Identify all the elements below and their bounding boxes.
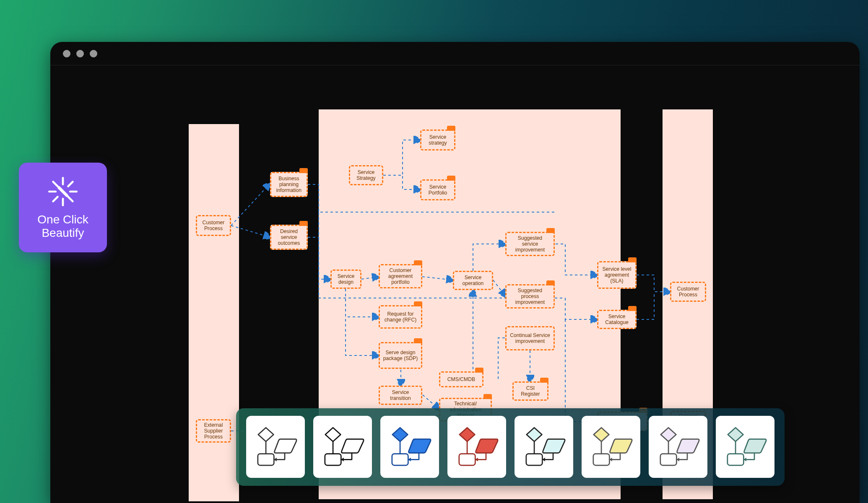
svg-line-5	[68, 197, 73, 201]
svg-rect-24	[728, 454, 744, 466]
svg-rect-22	[660, 454, 677, 466]
flowchart-icon	[588, 424, 634, 470]
minimize-icon[interactable]	[76, 50, 84, 57]
theme-swatch-theme-yellow[interactable]	[582, 416, 640, 478]
node-request-for-change[interactable]: Request for change (RFC)	[379, 305, 422, 329]
svg-rect-10	[258, 454, 274, 466]
theme-swatch-theme-lilac[interactable]	[649, 416, 707, 478]
node-service-catalogue[interactable]: Service Catalogue	[597, 310, 637, 329]
flowchart-icon	[454, 424, 500, 470]
node-customer-agreement-portfolio[interactable]: Customer agreement portfolio	[379, 264, 422, 288]
node-serve-design-package[interactable]: Serve design package (SDP)	[379, 342, 422, 369]
node-customer-process[interactable]: Customer Process	[196, 215, 231, 236]
node-desired-service-outcomes[interactable]: Desired service outcomes	[270, 225, 308, 250]
node-label: Service operation	[457, 275, 489, 286]
flowchart-icon	[320, 424, 366, 470]
theme-swatch-theme-red[interactable]	[447, 416, 506, 478]
node-service-portfolio[interactable]: Service Portfolio	[420, 179, 455, 200]
theme-swatch-theme-teal[interactable]	[716, 416, 774, 478]
close-icon[interactable]	[63, 50, 70, 57]
theme-swatch-theme-white-outline[interactable]	[246, 416, 305, 478]
node-suggested-service-improvement[interactable]: Suggested service improvement	[505, 232, 555, 256]
node-suggested-process-improvement[interactable]: Suggested process improvement	[505, 284, 555, 309]
node-label: Service Catalogue	[601, 314, 633, 325]
node-label: Desired service outcomes	[274, 228, 304, 246]
node-label: Service strategy	[424, 134, 452, 146]
node-customer-process-right[interactable]: Customer Process	[670, 282, 706, 302]
svg-rect-16	[459, 454, 476, 466]
svg-rect-14	[392, 454, 408, 466]
node-label: CMS/CMDB	[447, 376, 475, 382]
one-click-beautify-button[interactable]: One Click Beautify	[19, 163, 107, 252]
node-service-strategy[interactable]: Service Strategy	[349, 165, 383, 185]
node-label: Service level agreement (SLA)	[601, 266, 633, 284]
node-service-transition[interactable]: Service transition	[379, 386, 422, 405]
svg-line-7	[53, 197, 58, 201]
node-cms-cmdb[interactable]: CMS/CMDB	[439, 371, 483, 387]
node-service-design[interactable]: Service design	[330, 270, 361, 289]
node-label: CSI Register	[516, 385, 545, 397]
title-bar	[50, 42, 860, 65]
panel-left	[189, 124, 239, 501]
node-label: Customer Process	[200, 220, 227, 231]
node-service-strategy-output[interactable]: Service strategy	[420, 130, 455, 150]
node-label: Request for change (RFC)	[382, 311, 418, 323]
svg-rect-20	[593, 454, 610, 466]
svg-line-8	[59, 187, 67, 195]
sparkle-wand-icon	[47, 175, 79, 208]
node-external-supplier-process-left[interactable]: External Supplier Process	[196, 419, 231, 443]
node-label: Service transition	[382, 389, 418, 401]
node-label: Service Strategy	[353, 169, 379, 181]
node-label: Customer agreement portfolio	[382, 267, 418, 285]
theme-swatch-tray	[236, 408, 785, 486]
theme-swatch-theme-black-outline[interactable]	[313, 416, 372, 478]
node-continual-service-improvement[interactable]: Continual Service improvement	[505, 326, 555, 350]
flowchart-icon	[655, 424, 701, 470]
svg-rect-18	[526, 454, 543, 466]
node-service-level-agreement[interactable]: Service level agreement (SLA)	[597, 261, 637, 289]
node-label: Service Portfolio	[424, 184, 452, 196]
flowchart-icon	[387, 424, 433, 470]
node-service-operation[interactable]: Service operation	[453, 271, 493, 290]
flowchart-icon	[722, 424, 768, 470]
one-click-beautify-label: One Click Beautify	[37, 213, 88, 240]
node-business-planning-information[interactable]: Business planning information	[270, 172, 308, 197]
node-label: Serve design package (SDP)	[382, 350, 418, 361]
flowchart-icon	[252, 424, 299, 470]
maximize-icon[interactable]	[90, 50, 97, 57]
node-label: Business planning information	[274, 176, 304, 193]
node-label: Suggested process improvement	[509, 288, 551, 305]
node-label: Suggested service improvement	[509, 235, 551, 253]
theme-swatch-theme-blue[interactable]	[380, 416, 439, 478]
node-csi-register[interactable]: CSI Register	[512, 381, 548, 401]
svg-rect-12	[325, 454, 341, 466]
svg-line-6	[68, 181, 73, 186]
svg-line-4	[53, 181, 58, 186]
flowchart-icon	[521, 424, 567, 470]
node-label: Customer Process	[674, 286, 702, 298]
node-label: Service design	[334, 273, 358, 285]
node-label: External Supplier Process	[200, 422, 227, 440]
theme-swatch-theme-cyan[interactable]	[515, 416, 573, 478]
node-label: Continual Service improvement	[509, 332, 551, 344]
